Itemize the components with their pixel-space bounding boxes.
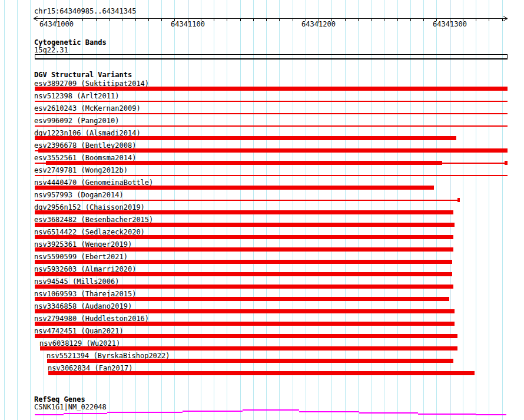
variant-bar-segment[interactable] xyxy=(35,260,452,264)
variant-bar-segment[interactable] xyxy=(35,163,46,164)
variant-bar-segment[interactable] xyxy=(38,148,508,153)
variant-bar-segment[interactable] xyxy=(35,113,508,114)
genome-browser-view: chr15:64340985..64341345 643410006434110… xyxy=(0,0,524,420)
section-header-cytogenetic-bands: Cytogenetic Bands xyxy=(34,39,107,46)
variant-bar-segment[interactable] xyxy=(35,200,457,201)
variant-label[interactable]: nsv512398 (Arlt2011) xyxy=(34,92,120,100)
gene-line-segment[interactable] xyxy=(183,411,243,412)
variant-bar-segment[interactable] xyxy=(35,247,453,252)
variant-bar-segment[interactable] xyxy=(35,186,434,190)
cytoband-bar xyxy=(35,54,508,59)
variant-bar-segment[interactable] xyxy=(35,285,453,289)
gene-line-segment[interactable] xyxy=(107,412,183,413)
grid-line-minor xyxy=(489,0,489,420)
grid-line-minor xyxy=(502,0,503,420)
grid-line-minor xyxy=(30,0,31,420)
gene-line-segment[interactable] xyxy=(476,414,506,415)
grid-line-minor xyxy=(4,0,5,420)
ruler-tick-label: 64341000 xyxy=(39,21,74,28)
variant-bar-segment[interactable] xyxy=(35,235,453,239)
ruler-tick-label: 64341300 xyxy=(433,21,467,28)
region-position-label: chr15:64340985..64341345 xyxy=(34,8,136,15)
gene-line-segment[interactable] xyxy=(418,414,476,415)
variant-bar-segment[interactable] xyxy=(40,346,457,350)
variant-bar-segment[interactable] xyxy=(35,101,508,102)
variant-label[interactable]: esv2610243 (McKernan2009) xyxy=(34,105,141,112)
grid-line-minor xyxy=(463,0,463,420)
variant-bar-segment[interactable] xyxy=(35,87,508,91)
grid-line-minor xyxy=(17,0,18,420)
variant-bar-segment[interactable] xyxy=(35,136,456,140)
variant-bar-segment[interactable] xyxy=(35,272,452,276)
ruler-tick-label: 64341200 xyxy=(301,21,336,28)
variant-bar-segment[interactable] xyxy=(35,309,455,313)
gene-line-segment[interactable] xyxy=(359,412,418,414)
gene-line-segment[interactable] xyxy=(299,411,359,412)
variant-bar-segment[interactable] xyxy=(47,359,453,363)
variant-bar-segment[interactable] xyxy=(35,334,457,338)
gene-line-segment[interactable] xyxy=(35,414,64,415)
variant-bar-segment[interactable] xyxy=(457,198,460,202)
variant-bar-segment[interactable] xyxy=(35,322,455,326)
variant-label[interactable]: esv996092 (Pang2010) xyxy=(34,117,120,124)
gene-label[interactable]: CSNK1G1|NM_022048 xyxy=(34,404,107,411)
variant-bar-segment[interactable] xyxy=(505,161,508,165)
variant-bar-segment[interactable] xyxy=(48,371,475,375)
variant-bar-segment[interactable] xyxy=(35,297,449,301)
gene-line-segment[interactable] xyxy=(243,409,299,411)
section-header-dgv-structural-variants: DGV Structural Variants xyxy=(34,71,132,78)
variant-bar-segment[interactable] xyxy=(442,163,505,164)
variant-bar-segment[interactable] xyxy=(35,125,508,127)
variant-label[interactable]: nsv957993 (Dogan2014) xyxy=(34,191,124,199)
cytoband-label: 15q22.31 xyxy=(34,47,68,54)
variant-label[interactable]: esv2749781 (Wong2012b) xyxy=(34,167,128,174)
grid-line-minor xyxy=(476,0,476,420)
dgv-variants-track: esv3892709 (Suktitipat2014)nsv512398 (Ar… xyxy=(0,0,524,420)
variant-bar-segment[interactable] xyxy=(35,210,453,214)
gene-line-segment[interactable] xyxy=(64,413,107,414)
variant-bar-segment[interactable] xyxy=(46,161,442,165)
section-header-refseq-genes: RefSeq Genes xyxy=(34,396,85,403)
ruler-tick-label: 64341100 xyxy=(171,21,205,28)
variant-bar-segment[interactable] xyxy=(35,175,508,176)
variant-bar-segment[interactable] xyxy=(35,223,455,227)
